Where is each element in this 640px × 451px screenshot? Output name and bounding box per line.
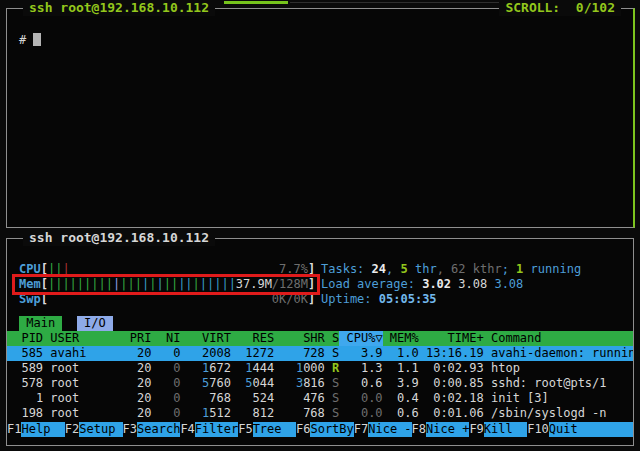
cell-mem: 0.4 <box>383 391 419 406</box>
htop-screen-tabs: MainI/O <box>19 316 127 331</box>
fkey-key: F8 <box>412 422 426 437</box>
cell-pri: 20 <box>123 391 152 406</box>
cell-virt: 768 <box>180 391 231 406</box>
meter-bracket-open: [ <box>41 262 48 277</box>
load-part: 3.08 <box>458 277 494 291</box>
mem-meter-value-part: /128M <box>272 277 308 291</box>
fkey-label: Quit <box>549 422 633 437</box>
fkey-tree[interactable]: F5Tree <box>238 422 296 437</box>
load-part: Load average: <box>321 277 422 291</box>
cell-s: S <box>325 346 339 361</box>
column-header-virt[interactable]: VIRT <box>180 331 231 346</box>
column-header-s[interactable]: S <box>325 331 339 346</box>
fkey-nice-+[interactable]: F8Nice + <box>412 422 470 437</box>
column-header-time+[interactable]: TIME+ <box>419 331 484 346</box>
cell-virt: 1672 <box>180 361 231 376</box>
cell-user: root <box>43 361 122 376</box>
mem-meter-tick: | <box>91 277 98 291</box>
pane-bottom-title: ssh root@192.168.10.112 <box>23 230 215 246</box>
cell-res: 1444 <box>231 361 274 376</box>
uptime-part: 05:05:35 <box>379 292 437 306</box>
process-row-pid-589[interactable]: 589root200167214441000R1.31.10:02.93htop <box>7 361 633 376</box>
cell-cmd: /sbin/syslogd -n <box>484 406 633 421</box>
cell-shr: 476 <box>274 391 325 406</box>
fkey-setup[interactable]: F2Setup <box>65 422 123 437</box>
column-header-cpu%[interactable]: CPU%▽ <box>339 331 382 346</box>
cell-time: 0:00.85 <box>419 376 484 391</box>
mem-meter-tick: | <box>222 277 229 291</box>
fkey-key: F3 <box>123 422 137 437</box>
column-header-command[interactable]: Command <box>484 331 633 346</box>
cell-user: root <box>43 391 122 406</box>
text-cursor <box>33 33 41 46</box>
cell-s: S <box>325 391 339 406</box>
cell-cpu: 0.0 <box>339 391 382 406</box>
mem-meter-tick: | <box>62 277 69 291</box>
process-row-pid-198[interactable]: 198root2001512812768S0.00.60:01.06/sbin/… <box>7 406 633 421</box>
process-row-pid-1[interactable]: 1root200768524476S0.00.40:02.18init [3] <box>7 391 633 406</box>
fkey-key: F7 <box>354 422 368 437</box>
column-header-res[interactable]: RES <box>231 331 274 346</box>
cell-cmd: avahi-daemon: running <box>484 346 633 361</box>
tasks-part: 24 <box>372 262 386 276</box>
fkey-key: F1 <box>7 422 21 437</box>
cell-user: root <box>43 406 122 421</box>
column-header-mem%[interactable]: MEM% <box>383 331 419 346</box>
tab-i-o[interactable]: I/O <box>77 316 113 331</box>
swp-meter-value: 0K/0K <box>272 292 308 307</box>
number-rest: 444 <box>253 361 275 375</box>
column-header-user[interactable]: USER <box>43 331 122 346</box>
column-header-pid[interactable]: PID <box>7 331 43 346</box>
process-row-pid-578[interactable]: 578root200576050443816S0.63.90:00.85sshd… <box>7 376 633 391</box>
fkey-nice-[interactable]: F7Nice - <box>354 422 412 437</box>
number-rest: 760 <box>209 376 231 390</box>
column-header-pri[interactable]: PRI <box>123 331 152 346</box>
mem-meter-tick: | <box>164 277 171 291</box>
number-rest: 816 <box>303 376 325 390</box>
number-rest: 672 <box>209 361 231 375</box>
column-header-shr[interactable]: SHR <box>274 331 325 346</box>
fkey-key: F10 <box>527 422 549 437</box>
cell-mem: 3.9 <box>383 376 419 391</box>
meter-bracket-close: ] <box>308 262 315 277</box>
cell-ni: 0 <box>151 376 180 391</box>
tab-main[interactable]: Main <box>19 316 62 331</box>
cell-pid: 589 <box>7 361 43 376</box>
cell-cpu: 1.3 <box>339 361 382 376</box>
uptime: Uptime: 05:05:35 <box>321 292 437 307</box>
cell-pid: 1 <box>7 391 43 406</box>
cell-ni: 0 <box>151 361 180 376</box>
cell-s: R <box>325 361 339 376</box>
fkey-kill[interactable]: F9Kill <box>469 422 527 437</box>
fkey-label: Tree <box>253 422 296 437</box>
tasks-summary: Tasks: 24, 5 thr, 62 kthr; 1 running <box>321 262 581 277</box>
fkey-sortby[interactable]: F6SortBy <box>296 422 354 437</box>
cell-shr: 728 <box>274 346 325 361</box>
cell-time: 13:16.19 <box>419 346 484 361</box>
fkey-filter[interactable]: F4Filter <box>180 422 238 437</box>
mem-meter-bar: ||||||||||||||||||||||||||37.9M/128M <box>48 277 308 292</box>
scroll-value: 0/102 <box>576 0 615 15</box>
mem-meter-tick: | <box>200 277 207 291</box>
fkey-quit[interactable]: F10Quit <box>527 422 633 437</box>
load-average: Load average: 3.02 3.08 3.08 <box>321 277 523 292</box>
process-table: PIDUSERPRINIVIRTRESSHRSCPU%▽MEM%TIME+Com… <box>7 331 633 421</box>
tasks-part: 62 kthr <box>451 262 502 276</box>
tasks-part: 5 <box>400 262 407 276</box>
thousands-digit: 5 <box>245 376 252 390</box>
terminal-screen: ssh root@192.168.10.112 SCROLL: 0/102 # … <box>0 0 640 451</box>
fkey-help[interactable]: F1Help <box>7 422 65 437</box>
fkey-search[interactable]: F3Search <box>123 422 181 437</box>
mem-meter-tick: | <box>193 277 200 291</box>
fkey-label: SortBy <box>310 422 353 437</box>
column-header-ni[interactable]: NI <box>151 331 180 346</box>
cell-user: avahi <box>43 346 122 361</box>
swp-meter-bar: 0K/0K <box>48 292 308 307</box>
fkey-key: F4 <box>180 422 194 437</box>
mem-meter-tick: | <box>99 277 106 291</box>
load-part: 3.02 <box>422 277 458 291</box>
process-row-pid-585[interactable]: 585avahi20020081272728S3.91.013:16.19ava… <box>7 346 633 361</box>
mem-meter-tick: | <box>135 277 142 291</box>
cell-cpu: 0.6 <box>339 376 382 391</box>
shell-prompt-line[interactable]: # <box>19 33 41 48</box>
